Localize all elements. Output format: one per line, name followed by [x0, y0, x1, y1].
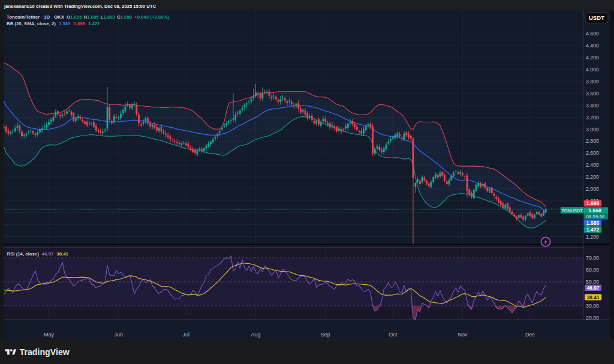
svg-text:2.600: 2.600 — [586, 150, 599, 156]
svg-text:3.200: 3.200 — [586, 115, 599, 121]
svg-text:38.41: 38.41 — [587, 294, 600, 300]
svg-text:4.000: 4.000 — [586, 67, 599, 73]
svg-text:60.00: 60.00 — [586, 267, 599, 273]
svg-text:4.200: 4.200 — [586, 55, 599, 61]
svg-text:RSI (14, close)46.9738.41: RSI (14, close)46.9738.41 — [7, 251, 69, 257]
svg-text:08:59:58: 08:59:58 — [586, 214, 605, 219]
svg-text:Dec: Dec — [525, 332, 535, 338]
svg-text:janekananu10 created with Trad: janekananu10 created with TradingView.co… — [4, 4, 156, 9]
svg-text:3.000: 3.000 — [586, 127, 599, 133]
svg-text:3.800: 3.800 — [586, 79, 599, 85]
svg-text:1.698: 1.698 — [586, 200, 600, 206]
svg-text:2.000: 2.000 — [586, 186, 599, 192]
svg-text:Oct: Oct — [389, 332, 398, 338]
svg-text:May: May — [44, 332, 55, 338]
svg-text:Toncoin/Tether · 1D · OKXO1.61: Toncoin/Tether · 1D · OKXO1.615H1.685L1.… — [7, 14, 170, 20]
svg-text:2.400: 2.400 — [586, 162, 599, 168]
svg-text:2.800: 2.800 — [586, 138, 599, 144]
svg-text:Nov: Nov — [458, 332, 468, 338]
svg-text:TONUSDT: TONUSDT — [562, 208, 583, 213]
svg-text:4.400: 4.400 — [586, 43, 599, 49]
svg-text:20.00: 20.00 — [586, 315, 599, 321]
svg-text:Sep: Sep — [321, 332, 330, 338]
svg-text:1.200: 1.200 — [586, 234, 599, 240]
svg-text:3.600: 3.600 — [586, 91, 599, 97]
svg-text:50.00: 50.00 — [586, 279, 599, 285]
svg-text:Aug: Aug — [251, 332, 260, 338]
svg-text:TradingView: TradingView — [20, 347, 70, 357]
svg-text:30.00: 30.00 — [586, 303, 599, 309]
svg-text:1.585: 1.585 — [586, 220, 600, 226]
svg-text:46.97: 46.97 — [587, 285, 600, 291]
svg-text:Jun: Jun — [115, 332, 124, 338]
svg-text:2.200: 2.200 — [586, 174, 599, 180]
svg-text:USDT: USDT — [589, 14, 604, 21]
svg-text:70.00: 70.00 — [586, 255, 599, 261]
svg-text:4.600: 4.600 — [586, 31, 599, 37]
svg-text:1.472: 1.472 — [586, 227, 600, 233]
svg-text:1.658: 1.658 — [588, 207, 601, 213]
svg-text:Jul: Jul — [182, 332, 189, 338]
svg-text:3.400: 3.400 — [586, 103, 599, 109]
